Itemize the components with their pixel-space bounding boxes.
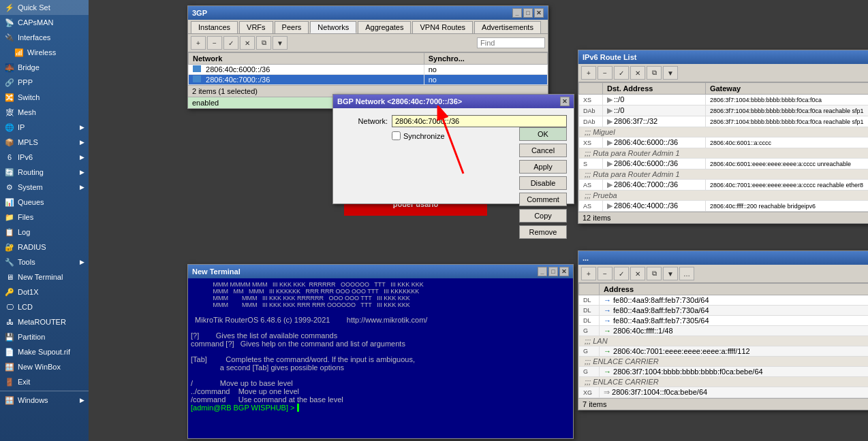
sidebar-item-files[interactable]: 📁 Files — [0, 210, 89, 225]
table-row[interactable]: XS ▶::/0 2806:3f7:1004:bbbb:bbbb:bbbb:f0… — [579, 95, 869, 105]
table-row[interactable]: AS ▶2806:40c:4000::/36 2806:40c:ffff::20… — [579, 201, 869, 212]
addr-filter-btn[interactable]: ▼ — [663, 267, 678, 280]
addr-cross-btn[interactable]: ✕ — [630, 267, 645, 280]
copy-button[interactable]: Copy — [519, 209, 567, 223]
network-input[interactable] — [392, 115, 567, 127]
sidebar-item-exit[interactable]: 🚪 Exit — [0, 374, 89, 389]
addr-add-btn[interactable]: + — [581, 267, 596, 280]
addr-minus-btn[interactable]: − — [598, 267, 613, 280]
switch-icon: 🔀 — [4, 92, 15, 103]
cancel-button[interactable]: Cancel — [519, 144, 567, 157]
table-row[interactable]: DAb ▶2806:3f7::/32 2806:3f7:1004:bbbb:bb… — [579, 116, 869, 127]
addr-double-arrow-icon: ⇒ — [604, 388, 610, 396]
table-row[interactable]: XS ▶2806:40c:6000::/36 2806:40c:6001::a:… — [579, 137, 869, 148]
sidebar-item-bridge[interactable]: 🌉 Bridge — [0, 60, 89, 75]
bgp-remove-btn[interactable]: − — [207, 36, 222, 50]
addr-arrow-icon: → — [604, 347, 611, 355]
sidebar-item-new-terminal[interactable]: 🖥 New Terminal — [0, 270, 89, 284]
sidebar-item-routing[interactable]: 🔄 Routing ▶ — [0, 165, 89, 180]
sidebar-item-interfaces[interactable]: 🔌 Interfaces — [0, 30, 89, 45]
addr-check-btn[interactable]: ✓ — [614, 267, 629, 280]
table-row[interactable]: XG ⇒ 2806:3f7:1004::f0ca:bebe/64 — [579, 387, 869, 398]
sidebar-item-quickset[interactable]: ⚡ Quick Set — [0, 0, 89, 15]
tab-advertisements[interactable]: Advertisements — [474, 21, 541, 33]
bgp-window-title[interactable]: 3GP _ □ ✕ — [188, 6, 548, 20]
bgp-add-btn[interactable]: + — [191, 36, 206, 50]
bgp-dialog-controls: ✕ — [560, 97, 570, 106]
bgp-copy-btn[interactable]: ⧉ — [256, 36, 271, 50]
ipv6-cross-btn[interactable]: ✕ — [630, 66, 645, 80]
bgp-dialog-close-btn[interactable]: ✕ — [560, 97, 570, 106]
sidebar-item-queues[interactable]: 📊 Queues — [0, 195, 89, 210]
sidebar-item-new-winbox[interactable]: 🪟 New WinBox — [0, 359, 89, 374]
bgp-check-btn[interactable]: ✓ — [223, 36, 238, 50]
table-row[interactable]: S ▶2806:40c:6000::/36 2806:40c:6001:eeee… — [579, 159, 869, 169]
bgp-dialog-title[interactable]: BGP Network <2806:40c:7000::/36> ✕ — [333, 95, 574, 108]
table-row[interactable]: G → 2806:40c:7001:eeee:eeee:eeee:a:ffff/… — [579, 346, 869, 357]
sidebar-item-partition[interactable]: 💾 Partition — [0, 329, 89, 344]
table-row[interactable]: G → 2806:3f7:1004:bbbb:bbbb:bbbb:f0ca:be… — [579, 367, 869, 377]
tab-vpn4routes[interactable]: VPN4 Routes — [412, 21, 473, 33]
sidebar-item-switch[interactable]: 🔀 Switch — [0, 90, 89, 105]
sidebar-item-system[interactable]: ⚙ System ▶ — [0, 180, 89, 195]
ipv6-minus-btn[interactable]: − — [598, 66, 613, 80]
sidebar-item-capsman[interactable]: 📡 CAPsMAN — [0, 15, 89, 30]
col-addr-header: Address — [600, 284, 869, 295]
sidebar-item-log[interactable]: 📋 Log — [0, 225, 89, 240]
sidebar-item-mpls[interactable]: 📦 MPLS ▶ — [0, 135, 89, 150]
comment-button[interactable]: Comment — [519, 193, 567, 206]
table-row[interactable]: 2806:40c:6000::/36 no — [189, 65, 548, 75]
subtitle-row: ;;; ENLACE CARRIER — [579, 377, 869, 387]
sidebar-item-dot1x[interactable]: 🔑 Dot1X — [0, 284, 89, 299]
terminal-body[interactable]: MMM MMMM MMM III KKK KKK RRRRRR OOOOOO T… — [188, 278, 573, 438]
sidebar-item-ipv6[interactable]: 6 IPv6 ▶ — [0, 150, 89, 165]
sidebar-item-windows[interactable]: 🪟 Windows ▶ — [0, 393, 89, 408]
sidebar-item-tools[interactable]: 🔧 Tools ▶ — [0, 255, 89, 270]
terminal-minimize-btn[interactable]: _ — [538, 267, 547, 276]
terminal-close-btn[interactable]: ✕ — [559, 267, 569, 276]
addr-extra-btn[interactable]: … — [679, 267, 694, 280]
sidebar-item-lcd[interactable]: 🖵 LCD — [0, 299, 89, 314]
bgp-filter-btn[interactable]: ▼ — [273, 36, 288, 50]
sidebar-item-ppp[interactable]: 🔗 PPP — [0, 75, 89, 90]
table-row[interactable]: DAb ▶::/0 2806:3f7:1004:bbbb:bbbb:bbbb:f… — [579, 105, 869, 116]
addr-window-title[interactable]: ... _ □ ✕ — [578, 251, 868, 265]
table-row[interactable]: 2806:40c:7000::/36 no — [189, 75, 548, 85]
ipv6-copy-btn[interactable]: ⧉ — [647, 66, 662, 80]
addr-copy-btn[interactable]: ⧉ — [647, 267, 662, 280]
tab-instances[interactable]: Instances — [191, 21, 238, 33]
bgp-find-input[interactable] — [477, 37, 545, 48]
table-row[interactable]: DL → fe80::4aa9:8aff:feb7:7305/64 — [579, 316, 869, 326]
col-flag2-header — [579, 284, 600, 295]
ok-button[interactable]: OK — [519, 127, 567, 141]
table-row[interactable]: DL → fe80::4aa9:8aff:feb7:730d/64 — [579, 295, 869, 306]
table-row[interactable]: AS ▶2806:40c:7000::/36 2806:40c:7001:eee… — [579, 180, 869, 191]
tab-vrfs[interactable]: VRFs — [239, 21, 273, 33]
table-row[interactable]: G → 2806:40c:ffff::1/48 — [579, 326, 869, 336]
sidebar-item-ip[interactable]: 🌐 IP ▶ — [0, 120, 89, 135]
apply-button[interactable]: Apply — [519, 160, 567, 174]
bgp-minimize-btn[interactable]: _ — [512, 8, 522, 18]
ipv6-check-btn[interactable]: ✓ — [614, 66, 629, 80]
bgp-maximize-btn[interactable]: □ — [523, 8, 533, 18]
bgp-cross-btn[interactable]: ✕ — [240, 36, 255, 50]
sidebar-item-supout[interactable]: 📄 Make Supout.rif — [0, 344, 89, 359]
ipv6-window-title[interactable]: IPv6 Route List _ □ ✕ — [578, 50, 868, 64]
sidebar-item-radius[interactable]: 🔐 RADIUS — [0, 240, 89, 255]
synchronize-checkbox[interactable] — [392, 131, 401, 140]
tab-networks[interactable]: Networks — [310, 21, 356, 33]
terminal-maximize-btn[interactable]: □ — [548, 267, 558, 276]
sidebar-item-metarouter[interactable]: 🖧 MetaROUTER — [0, 314, 89, 329]
remove-button[interactable]: Remove — [519, 225, 567, 239]
tab-aggregates[interactable]: Aggregates — [358, 21, 411, 33]
table-row[interactable]: DL → fe80::4aa9:8aff:feb7:730a/64 — [579, 306, 869, 316]
terminal-window-title[interactable]: New Terminal _ □ ✕ — [188, 265, 573, 278]
bgp-close-btn[interactable]: ✕ — [534, 8, 544, 18]
ipv6-add-btn[interactable]: + — [581, 66, 596, 80]
subtitle-row: ;;; Miguel — [579, 127, 869, 137]
tab-peers[interactable]: Peers — [275, 21, 309, 33]
sidebar-item-mesh[interactable]: 🕸 Mesh — [0, 105, 89, 120]
ipv6-filter-btn[interactable]: ▼ — [663, 66, 678, 80]
sidebar-item-wireless[interactable]: 📶 Wireless — [0, 45, 89, 60]
disable-button[interactable]: Disable — [519, 176, 567, 190]
